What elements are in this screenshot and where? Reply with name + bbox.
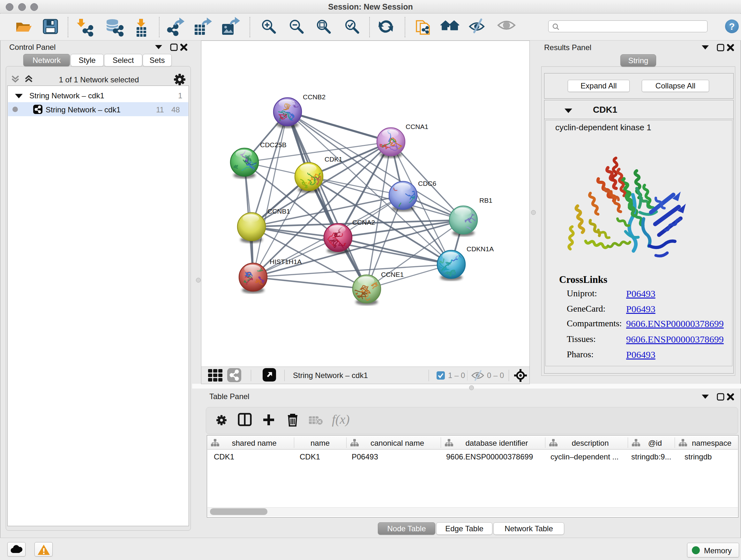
svg-text:CCNB1: CCNB1 [267, 207, 290, 215]
svg-text:HIST1H1A: HIST1H1A [270, 258, 301, 265]
svg-text:CCNB2: CCNB2 [303, 93, 326, 101]
svg-text:CDC25B: CDC25B [260, 141, 286, 148]
svg-text:RB1: RB1 [479, 197, 492, 204]
svg-text:CCNA1: CCNA1 [406, 123, 428, 130]
svg-text:CCNE1: CCNE1 [381, 271, 404, 278]
svg-text:CDC6: CDC6 [418, 180, 436, 187]
svg-text:CDKN1A: CDKN1A [467, 245, 494, 253]
svg-text:CCNA2: CCNA2 [352, 219, 375, 226]
svg-text:CDK1: CDK1 [325, 155, 342, 163]
